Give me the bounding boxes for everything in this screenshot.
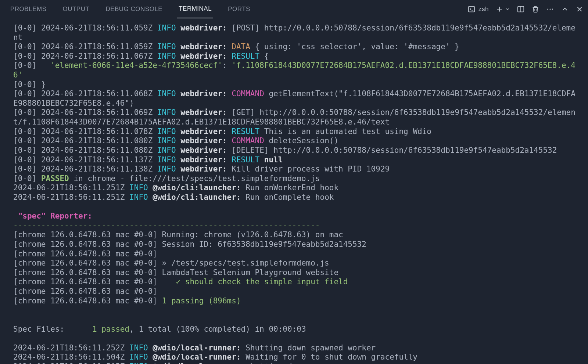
spec-line: [chrome 126.0.6478.63 mac #0-0] ✓ should… — [13, 277, 348, 286]
log-line: [0-0] } — [13, 80, 46, 89]
divider-line: ----------------------------------------… — [13, 221, 320, 230]
chevron-down-icon[interactable] — [505, 5, 510, 13]
spec-line: [chrome 126.0.6478.63 mac #0-0] 1 passin… — [13, 296, 241, 305]
log-line: [0-0] 2024-06-21T18:56:11.068Z INFO webd… — [13, 89, 576, 108]
log-line: 2024-06-21T18:56:11.251Z INFO @wdio/cli:… — [13, 183, 338, 192]
chevron-up-icon[interactable] — [561, 5, 569, 13]
new-terminal-group — [495, 5, 510, 13]
active-shell[interactable]: zsh — [467, 5, 489, 13]
spec-files-summary: Spec Files: 1 passed, 1 total (100% comp… — [13, 325, 306, 334]
shell-name: zsh — [478, 6, 489, 13]
log-line: 2024-06-21T18:56:11.504Z INFO @wdio/loca… — [13, 353, 417, 361]
terminal-icon — [467, 5, 476, 13]
spec-line: [chrome 126.0.6478.63 mac #0-0] — [13, 287, 157, 296]
split-terminal-icon[interactable] — [517, 5, 525, 13]
terminal-toolbar: zsh — [467, 5, 584, 13]
terminal-output[interactable]: [0-0] 2024-06-21T18:56:11.059Z INFO webd… — [0, 18, 588, 364]
log-line: [0-0] 2024-06-21T18:56:11.137Z INFO webd… — [13, 155, 283, 164]
log-line: [0-0] 2024-06-21T18:56:11.138Z INFO webd… — [13, 165, 390, 173]
close-icon[interactable] — [576, 5, 584, 13]
svg-point-8 — [547, 8, 548, 10]
log-line: 2024-06-21T18:56:11.505Z INFO @wdio/loca… — [13, 362, 306, 364]
log-line: [0-0] 2024-06-21T18:56:11.080Z INFO webd… — [13, 146, 557, 155]
log-line: [0-0] 2024-06-21T18:56:11.069Z INFO webd… — [13, 108, 576, 126]
panel-tabs: PROBLEMS OUTPUT DEBUG CONSOLE TERMINAL P… — [9, 0, 252, 18]
trash-icon[interactable] — [531, 5, 539, 13]
panel-tab-bar: PROBLEMS OUTPUT DEBUG CONSOLE TERMINAL P… — [0, 0, 588, 18]
tab-ports[interactable]: PORTS — [226, 0, 252, 18]
tab-debug-console[interactable]: DEBUG CONSOLE — [104, 0, 164, 18]
spec-line: [chrome 126.0.6478.63 mac #0-0] Running:… — [13, 230, 343, 239]
spec-line: [chrome 126.0.6478.63 mac #0-0] Session … — [13, 240, 366, 249]
spec-line: [chrome 126.0.6478.63 mac #0-0] LambdaTe… — [13, 268, 338, 277]
tab-problems[interactable]: PROBLEMS — [9, 0, 48, 18]
svg-point-10 — [552, 8, 553, 10]
log-line: [0-0] 2024-06-21T18:56:11.080Z INFO webd… — [13, 136, 338, 145]
log-line: 2024-06-21T18:56:11.251Z INFO @wdio/cli:… — [13, 193, 334, 202]
log-line: [0-0] PASSED in chrome - file:///test/sp… — [13, 174, 320, 183]
log-line: [0-0] 2024-06-21T18:56:11.059Z INFO webd… — [13, 42, 459, 51]
tab-terminal[interactable]: TERMINAL — [177, 0, 213, 18]
spec-line: [chrome 126.0.6478.63 mac #0-0] — [13, 249, 157, 258]
svg-point-9 — [549, 8, 551, 10]
tab-output[interactable]: OUTPUT — [61, 0, 91, 18]
log-line: [0-0] 2024-06-21T18:56:11.067Z INFO webd… — [13, 52, 269, 61]
svg-rect-0 — [469, 7, 475, 12]
more-icon[interactable] — [546, 5, 554, 13]
plus-icon[interactable] — [495, 5, 503, 13]
log-line: [0-0] 2024-06-21T18:56:11.078Z INFO webd… — [13, 127, 431, 136]
reporter-header: "spec" Reporter: — [13, 212, 92, 220]
log-line: [0-0] 2024-06-21T18:56:11.059Z INFO webd… — [13, 24, 576, 42]
log-line: 2024-06-21T18:56:11.252Z INFO @wdio/loca… — [13, 343, 376, 352]
log-line: [0-0] 'element-6066-11e4-a52e-4f735466ce… — [13, 61, 576, 79]
spec-line: [chrome 126.0.6478.63 mac #0-0] » /test/… — [13, 259, 329, 267]
